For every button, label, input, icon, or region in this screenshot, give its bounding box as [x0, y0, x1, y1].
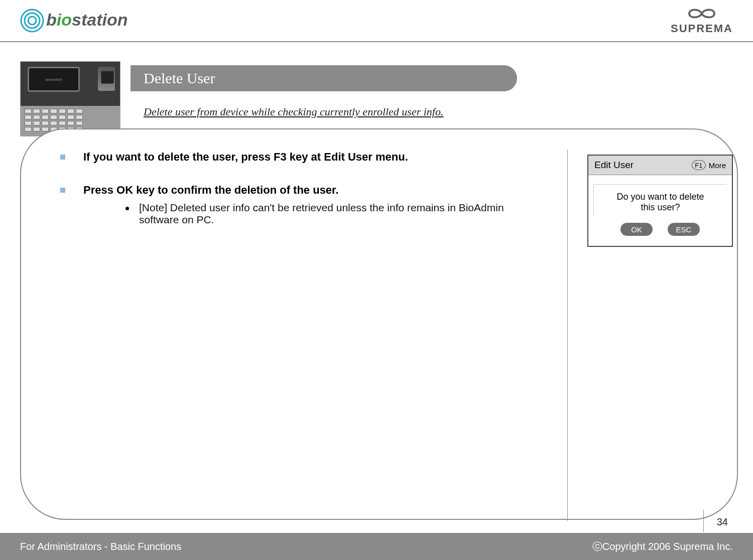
logo-suprema-text: SUPREMA	[671, 22, 733, 35]
svg-point-2	[28, 17, 36, 25]
f1-key-icon: F1	[692, 160, 706, 170]
instruction-note-text: [Note] Deleted user info can't be retrie…	[139, 202, 517, 226]
thumbnail-finger-sensor	[98, 67, 115, 91]
footer-left: For Administrators - Basic Functions	[20, 541, 181, 552]
dialog-more[interactable]: F1 More	[692, 160, 726, 170]
page-header: biostation SUPREMA	[0, 0, 753, 42]
dialog-header: Edit User F1 More	[588, 156, 732, 175]
thumbnail-screen: biostation	[28, 67, 80, 92]
bullet-square-icon	[60, 155, 65, 160]
logo-biostation: biostation	[20, 9, 128, 33]
logo-biostation-text: biostation	[46, 10, 128, 30]
svg-point-1	[25, 13, 40, 28]
page-number: 34	[717, 516, 728, 528]
footer-right: ⓒCopyright 2006 Suprema Inc.	[592, 540, 733, 553]
fingerprint-swirl-icon	[20, 9, 44, 33]
instruction-item: If you want to delete the user, press F3…	[60, 151, 542, 164]
section-subtitle: Delete user from device while checking c…	[144, 105, 443, 118]
bullet-dot-icon	[126, 207, 129, 210]
instruction-item: Press OK key to confirm the deletion of …	[60, 184, 542, 226]
bullet-square-icon	[60, 188, 65, 193]
dialog-prompt-line: this user?	[599, 202, 722, 213]
ok-button[interactable]: OK	[620, 223, 653, 236]
dialog-title: Edit User	[594, 160, 634, 171]
instructions: If you want to delete the user, press F3…	[60, 151, 542, 246]
device-dialog: Edit User F1 More Do you want to delete …	[587, 155, 733, 247]
dialog-more-label: More	[709, 161, 726, 170]
infinity-icon	[684, 6, 719, 21]
logo-suprema: SUPREMA	[671, 6, 733, 35]
page-number-divider	[703, 510, 704, 532]
esc-button[interactable]: ESC	[668, 223, 700, 236]
section-title: Delete User	[131, 65, 517, 91]
dialog-prompt-line: Do you want to delete	[599, 192, 722, 202]
device-thumbnail: biostation	[20, 61, 120, 136]
page-footer: For Administrators - Basic Functions ⓒCo…	[0, 533, 753, 560]
dialog-prompt: Do you want to delete this user?	[593, 184, 727, 215]
instruction-heading: Press OK key to confirm the deletion of …	[83, 184, 339, 197]
vertical-divider	[567, 150, 568, 521]
instruction-heading: If you want to delete the user, press F3…	[83, 151, 408, 164]
instruction-note: [Note] Deleted user info can't be retrie…	[126, 202, 517, 226]
